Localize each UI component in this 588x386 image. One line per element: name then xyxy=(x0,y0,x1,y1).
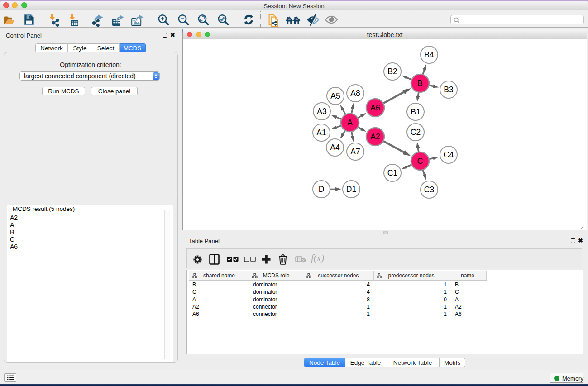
svg-text:C3: C3 xyxy=(424,185,434,194)
svg-text:D: D xyxy=(319,185,325,194)
svg-text:B4: B4 xyxy=(424,50,434,59)
svg-text:A6: A6 xyxy=(370,103,380,112)
svg-text:A4: A4 xyxy=(330,143,340,152)
svg-text:B: B xyxy=(417,79,423,88)
svg-text:C: C xyxy=(417,157,423,166)
svg-text:A8: A8 xyxy=(350,89,360,98)
svg-text:B1: B1 xyxy=(411,107,420,116)
svg-text:C2: C2 xyxy=(411,128,421,137)
svg-text:A1: A1 xyxy=(316,128,326,137)
svg-text:A: A xyxy=(347,118,353,127)
svg-text:A7: A7 xyxy=(350,147,360,156)
svg-text:B3: B3 xyxy=(444,85,453,94)
svg-text:D1: D1 xyxy=(346,185,356,194)
svg-text:C1: C1 xyxy=(387,168,397,177)
svg-text:A3: A3 xyxy=(317,107,326,116)
svg-text:C4: C4 xyxy=(444,150,454,159)
svg-text:A2: A2 xyxy=(370,132,380,141)
svg-text:B2: B2 xyxy=(387,67,397,76)
svg-text:A5: A5 xyxy=(330,91,340,100)
